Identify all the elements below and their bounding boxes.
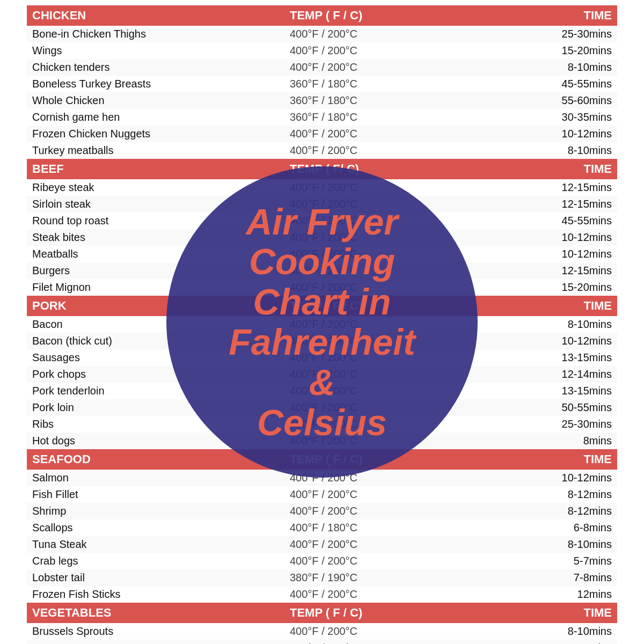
table-row: Bone-in Chicken Thighs400°F / 200°C25-30… — [27, 26, 617, 42]
header-time-label: TIME — [483, 606, 612, 620]
header-time-label: TIME — [483, 9, 612, 23]
food-item: Whole Chicken — [32, 94, 290, 107]
food-item: Lobster tail — [32, 572, 290, 584]
header-item-label: VEGETABLES — [32, 606, 290, 620]
table-row: Boneless Turkey Breasts360°F / 180°C45-5… — [27, 76, 617, 92]
table-row: Shrimp400°F / 200°C8-12mins — [27, 503, 617, 519]
header-temp-label: TEMP ( F / C) — [290, 9, 483, 23]
table-row: Wings400°F / 200°C15-20mins — [27, 42, 617, 59]
table-row: Scallops400°F / 180°C6-8mins — [27, 519, 617, 536]
overlay-circle: Air FryerCookingChart inFahrenheit&Celsi… — [166, 166, 478, 478]
time-value: 8-10mins — [483, 625, 612, 638]
time-value: 8mins — [483, 435, 612, 447]
time-value: 15-20mins — [483, 281, 612, 294]
time-value: 8-10mins — [483, 538, 612, 551]
table-row: Lobster tail380°F / 190°C7-8mins — [27, 569, 617, 586]
time-value: 10-12mins — [483, 335, 612, 347]
food-item: Frozen Fish Sticks — [32, 588, 290, 601]
time-value: 12-15mins — [483, 265, 612, 277]
time-value: 55-60mins — [483, 94, 612, 107]
table-row: Chicken tenders400°F / 200°C8-10mins — [27, 59, 617, 76]
time-value: 7-8mins — [483, 572, 612, 584]
time-value: 6-8mins — [483, 522, 612, 534]
time-value: 12-14mins — [483, 368, 612, 380]
food-item: Turkey meatballs — [32, 144, 290, 157]
header-item-label: BEEF — [32, 162, 290, 176]
food-item: Shrimp — [32, 505, 290, 517]
table-row: Crab legs400°F / 200°C5-7mins — [27, 553, 617, 569]
temp-value: 400°F / 200°C — [290, 555, 483, 567]
time-value: 13-15mins — [483, 352, 612, 364]
time-value: 30-35mins — [483, 111, 612, 123]
time-value: 10-12mins — [483, 472, 612, 484]
header-temp-label: TEMP ( F / C) — [290, 606, 483, 620]
table-row: Fish Fillet400°F / 200°C8-12mins — [27, 486, 617, 503]
header-item-label: CHICKEN — [32, 9, 290, 23]
time-value: 50-55mins — [483, 401, 612, 414]
table-row: Frozen Fish Sticks400°F / 200°C12mins — [27, 586, 617, 603]
time-value: 25-30mins — [483, 28, 612, 40]
table-row: Frozen Chicken Nuggets400°F / 200°C10-12… — [27, 126, 617, 142]
food-item: Crab legs — [32, 555, 290, 567]
overlay-title: Air FryerCookingChart inFahrenheit&Celsi… — [218, 191, 426, 453]
table-row: Tuna Steak400°F / 200°C8-10mins — [27, 536, 617, 553]
table-row: Carrots400°F / 200°C10-12mins — [27, 640, 617, 644]
section-header-vegetables: VEGETABLESTEMP ( F / C)TIME — [27, 603, 617, 623]
time-value: 15-20mins — [483, 45, 612, 57]
time-value: 45-55mins — [483, 78, 612, 90]
temp-value: 400°F / 180°C — [290, 522, 483, 534]
temp-value: 360°F / 180°C — [290, 94, 483, 107]
food-item: Fish Fillet — [32, 488, 290, 501]
temp-value: 360°F / 180°C — [290, 111, 483, 123]
food-item: Carrots — [32, 642, 290, 644]
time-value: 13-15mins — [483, 385, 612, 397]
food-item: Cornish game hen — [32, 111, 290, 123]
temp-value: 400°F / 200°C — [290, 28, 483, 40]
food-item: Frozen Chicken Nuggets — [32, 128, 290, 140]
time-value: 12mins — [483, 588, 612, 601]
food-item: Bone-in Chicken Thighs — [32, 28, 290, 40]
section-header-chicken: CHICKENTEMP ( F / C)TIME — [27, 5, 617, 26]
header-time-label: TIME — [483, 162, 612, 176]
food-item: Tuna Steak — [32, 538, 290, 551]
time-value: 45-55mins — [483, 215, 612, 227]
table-row: Whole Chicken360°F / 180°C55-60mins — [27, 92, 617, 109]
food-item: Salmon — [32, 472, 290, 484]
time-value: 8-12mins — [483, 505, 612, 517]
time-value: 5-7mins — [483, 555, 612, 567]
header-time-label: TIME — [483, 299, 612, 313]
table-row: Brussels Sprouts400°F / 200°C8-10mins — [27, 623, 617, 640]
temp-value: 400°F / 200°C — [290, 144, 483, 157]
temp-value: 400°F / 200°C — [290, 588, 483, 601]
temp-value: 400°F / 200°C — [290, 505, 483, 517]
temp-value: 400°F / 200°C — [290, 128, 483, 140]
time-value: 8-10mins — [483, 318, 612, 331]
time-value: 8-12mins — [483, 488, 612, 501]
food-item: Brussels Sprouts — [32, 625, 290, 638]
table-row: Cornish game hen360°F / 180°C30-35mins — [27, 109, 617, 126]
time-value: 10-12mins — [483, 231, 612, 244]
temp-value: 360°F / 180°C — [290, 78, 483, 90]
food-item: Chicken tenders — [32, 61, 290, 74]
time-value: 8-10mins — [483, 61, 612, 74]
temp-value: 400°F / 200°C — [290, 642, 483, 644]
temp-value: 400°F / 200°C — [290, 625, 483, 638]
food-item: Boneless Turkey Breasts — [32, 78, 290, 90]
table-row: Turkey meatballs400°F / 200°C8-10mins — [27, 142, 617, 159]
time-value: 10-12mins — [483, 128, 612, 140]
temp-value: 400°F / 200°C — [290, 538, 483, 551]
temp-value: 380°F / 190°C — [290, 572, 483, 584]
time-value: 12-15mins — [483, 198, 612, 210]
time-value: 10-12mins — [483, 642, 612, 644]
time-value: 12-15mins — [483, 181, 612, 194]
temp-value: 400°F / 200°C — [290, 488, 483, 501]
time-value: 10-12mins — [483, 248, 612, 260]
header-time-label: TIME — [483, 452, 612, 466]
time-value: 8-10mins — [483, 144, 612, 157]
food-item: Scallops — [32, 522, 290, 534]
time-value: 25-30mins — [483, 418, 612, 430]
temp-value: 400°F / 200°C — [290, 45, 483, 57]
food-item: Wings — [32, 45, 290, 57]
temp-value: 400°F / 200°C — [290, 61, 483, 74]
